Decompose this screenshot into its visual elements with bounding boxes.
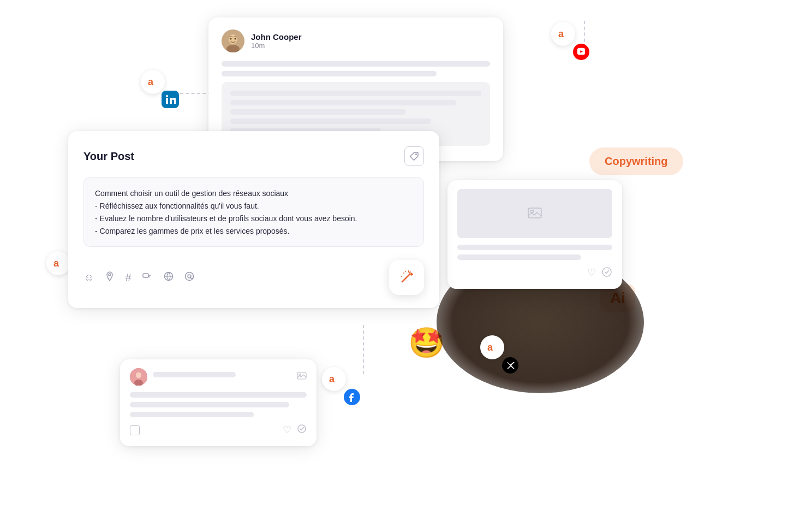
mention2-icon[interactable] xyxy=(184,271,195,285)
sk-b2 xyxy=(230,100,456,105)
b-sk4 xyxy=(130,412,254,417)
location-icon[interactable] xyxy=(104,271,115,285)
svg-rect-7 xyxy=(143,274,148,277)
svg-point-20 xyxy=(602,268,611,276)
heart-icon-sm[interactable]: ♡ xyxy=(283,424,291,436)
post-title: Your Post xyxy=(83,150,134,163)
post-toolbar: ☺ # xyxy=(83,258,424,295)
magic-wand-button[interactable] xyxy=(389,260,424,295)
agorapulse-logo-facebook: a xyxy=(322,367,346,391)
b-sk3 xyxy=(130,402,289,407)
agorapulse-logo-linkedin: a xyxy=(141,70,165,94)
agorapulse-logo-youtube: a xyxy=(551,22,575,46)
sk-b4 xyxy=(230,119,431,124)
emoji-icon[interactable]: ☺ xyxy=(83,271,94,284)
heart-icon[interactable]: ♡ xyxy=(587,267,596,280)
tag-icon[interactable] xyxy=(404,146,424,166)
youtube-bubble xyxy=(573,44,589,60)
agorapulse-logo-instagram: a xyxy=(46,251,70,275)
svg-text:a: a xyxy=(53,258,59,269)
sk-b3 xyxy=(230,109,406,115)
svg-point-19 xyxy=(531,210,534,213)
globe-icon[interactable] xyxy=(163,271,174,285)
svg-rect-18 xyxy=(528,208,541,218)
svg-line-11 xyxy=(402,274,410,282)
svg-text:a: a xyxy=(558,28,564,39)
svg-rect-33 xyxy=(166,98,168,104)
svg-line-14 xyxy=(410,272,411,273)
bottom-header xyxy=(130,368,307,386)
sk-b1 xyxy=(230,91,481,96)
b-sk1 xyxy=(153,372,236,377)
r-sk2 xyxy=(457,254,581,260)
bottom-actions: ♡ xyxy=(130,424,307,436)
x-bubble xyxy=(502,357,518,374)
connector-line-3 xyxy=(363,325,364,374)
scene: John Cooper 10m Your Post Comment xyxy=(0,0,812,515)
hashtag-icon[interactable]: # xyxy=(125,271,131,284)
b-sk2 xyxy=(130,392,307,398)
svg-point-26 xyxy=(298,425,306,433)
user-info: John Cooper 10m xyxy=(251,32,302,50)
svg-point-22 xyxy=(136,372,141,378)
check-icon-sm[interactable] xyxy=(297,424,307,436)
card-header: John Cooper 10m xyxy=(222,29,490,52)
skeleton-2 xyxy=(222,71,437,76)
action-icons: ♡ xyxy=(283,424,307,436)
platform-linkedin-icon: a xyxy=(141,70,179,108)
platform-x-icon: a xyxy=(480,335,518,374)
checkbox[interactable] xyxy=(130,425,140,435)
bottom-preview-card: ♡ xyxy=(120,359,317,446)
svg-point-4 xyxy=(235,38,236,40)
linkedin-bubble xyxy=(162,91,179,108)
user-name: John Cooper xyxy=(251,32,302,42)
image-placeholder xyxy=(457,189,612,238)
image-icon-sm xyxy=(297,372,307,382)
avatar-sm xyxy=(130,368,147,386)
svg-point-15 xyxy=(403,273,404,274)
facebook-bubble xyxy=(344,389,360,405)
svg-point-6 xyxy=(109,274,111,276)
right-actions: ♡ xyxy=(457,267,612,280)
svg-point-16 xyxy=(401,276,402,277)
mention-icon[interactable] xyxy=(141,270,153,285)
svg-point-3 xyxy=(230,38,232,40)
main-card-header: Your Post xyxy=(83,146,424,166)
svg-text:a: a xyxy=(329,374,335,384)
post-content-box[interactable]: Comment choisir un outil de gestion des … xyxy=(83,177,424,247)
user-time: 10m xyxy=(251,42,302,50)
avatar xyxy=(222,29,244,52)
r-sk1 xyxy=(457,245,612,250)
agorapulse-logo-x: a xyxy=(480,335,504,359)
svg-text:a: a xyxy=(487,342,493,353)
post-text: Comment choisir un outil de gestion des … xyxy=(95,187,413,238)
copywriting-badge: Copywriting xyxy=(589,147,683,175)
svg-point-34 xyxy=(166,95,168,97)
svg-point-1 xyxy=(229,34,237,44)
svg-point-5 xyxy=(415,153,417,155)
skeleton-1 xyxy=(222,61,490,67)
right-preview-card: ♡ xyxy=(447,180,622,289)
copywriting-label: Copywriting xyxy=(605,155,668,167)
svg-text:a: a xyxy=(148,76,154,87)
svg-point-25 xyxy=(299,374,301,376)
bottom-header-skeleton xyxy=(153,372,291,382)
svg-point-17 xyxy=(405,271,406,272)
check-icon[interactable] xyxy=(601,267,612,280)
main-post-card: Your Post Comment choisir un outil de ge… xyxy=(68,131,439,308)
platform-facebook-icon: a xyxy=(322,367,360,405)
svg-point-9 xyxy=(185,272,193,280)
